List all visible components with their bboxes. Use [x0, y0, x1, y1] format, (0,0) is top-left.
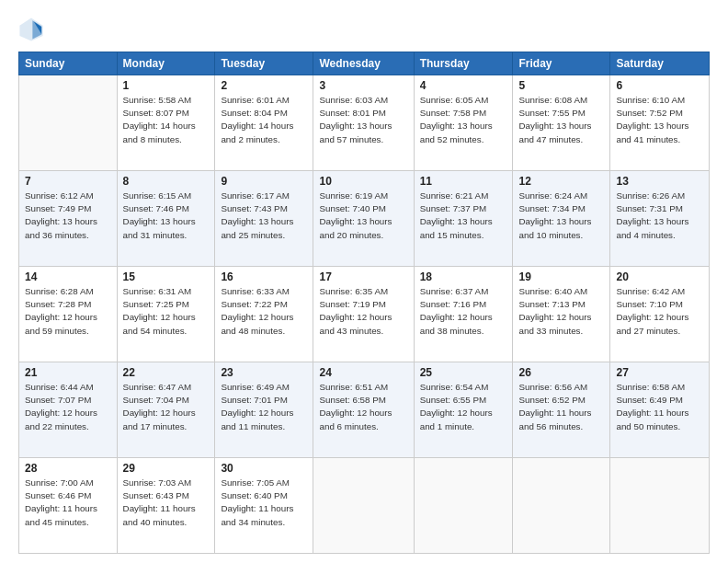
calendar-cell: 18Sunrise: 6:37 AMSunset: 7:16 PMDayligh…	[414, 267, 513, 362]
day-info: Sunrise: 6:33 AMSunset: 7:22 PMDaylight:…	[221, 285, 307, 338]
calendar-cell: 5Sunrise: 6:08 AMSunset: 7:55 PMDaylight…	[513, 75, 610, 171]
week-row-0: 1Sunrise: 5:58 AMSunset: 8:07 PMDaylight…	[19, 75, 710, 171]
calendar-cell: 11Sunrise: 6:21 AMSunset: 7:37 PMDayligh…	[414, 171, 513, 267]
day-number: 23	[221, 366, 307, 379]
calendar-cell	[610, 458, 710, 554]
day-info: Sunrise: 6:12 AMSunset: 7:49 PMDaylight:…	[25, 190, 111, 242]
day-number: 15	[123, 270, 210, 283]
day-number: 30	[221, 462, 307, 475]
day-info: Sunrise: 6:15 AMSunset: 7:46 PMDaylight:…	[123, 190, 210, 242]
day-info: Sunrise: 6:58 AMSunset: 6:49 PMDaylight:…	[616, 381, 703, 433]
calendar-cell: 17Sunrise: 6:35 AMSunset: 7:19 PMDayligh…	[313, 267, 414, 362]
week-row-1: 7Sunrise: 6:12 AMSunset: 7:49 PMDaylight…	[19, 171, 710, 267]
week-row-4: 28Sunrise: 7:00 AMSunset: 6:46 PMDayligh…	[19, 458, 710, 554]
day-info: Sunrise: 6:56 AMSunset: 6:52 PMDaylight:…	[518, 381, 604, 433]
calendar-cell	[414, 458, 513, 554]
weekday-monday: Monday	[117, 52, 215, 75]
calendar-cell: 10Sunrise: 6:19 AMSunset: 7:40 PMDayligh…	[313, 171, 414, 267]
day-number: 26	[518, 366, 604, 379]
day-number: 4	[420, 79, 507, 92]
day-info: Sunrise: 7:05 AMSunset: 6:40 PMDaylight:…	[221, 477, 307, 529]
calendar-cell: 15Sunrise: 6:31 AMSunset: 7:25 PMDayligh…	[117, 267, 215, 362]
day-number: 9	[221, 175, 307, 188]
day-info: Sunrise: 6:03 AMSunset: 8:01 PMDaylight:…	[319, 94, 407, 146]
day-number: 21	[25, 366, 111, 379]
logo-icon	[18, 17, 44, 42]
day-number: 27	[616, 366, 703, 379]
day-number: 13	[616, 175, 703, 188]
week-row-3: 21Sunrise: 6:44 AMSunset: 7:07 PMDayligh…	[19, 362, 710, 458]
day-info: Sunrise: 6:10 AMSunset: 7:52 PMDaylight:…	[616, 94, 703, 146]
calendar-cell: 29Sunrise: 7:03 AMSunset: 6:43 PMDayligh…	[117, 458, 215, 554]
day-info: Sunrise: 6:31 AMSunset: 7:25 PMDaylight:…	[123, 285, 210, 338]
day-number: 12	[518, 175, 604, 188]
day-info: Sunrise: 6:05 AMSunset: 7:58 PMDaylight:…	[420, 94, 507, 146]
day-info: Sunrise: 6:17 AMSunset: 7:43 PMDaylight:…	[221, 190, 307, 242]
day-number: 19	[518, 270, 604, 283]
weekday-wednesday: Wednesday	[313, 52, 414, 75]
calendar-cell: 2Sunrise: 6:01 AMSunset: 8:04 PMDaylight…	[215, 75, 313, 171]
day-info: Sunrise: 6:21 AMSunset: 7:37 PMDaylight:…	[420, 190, 507, 242]
calendar-cell	[513, 458, 610, 554]
day-number: 6	[616, 79, 703, 92]
day-number: 5	[518, 79, 604, 92]
calendar-cell: 3Sunrise: 6:03 AMSunset: 8:01 PMDaylight…	[313, 75, 414, 171]
day-number: 1	[123, 79, 210, 92]
day-info: Sunrise: 6:47 AMSunset: 7:04 PMDaylight:…	[123, 381, 210, 433]
day-info: Sunrise: 7:03 AMSunset: 6:43 PMDaylight:…	[123, 477, 210, 529]
calendar-cell	[19, 75, 118, 171]
day-info: Sunrise: 7:00 AMSunset: 6:46 PMDaylight:…	[25, 477, 111, 529]
weekday-sunday: Sunday	[19, 52, 118, 75]
day-info: Sunrise: 6:19 AMSunset: 7:40 PMDaylight:…	[319, 190, 407, 242]
weekday-saturday: Saturday	[610, 52, 710, 75]
calendar-cell: 7Sunrise: 6:12 AMSunset: 7:49 PMDaylight…	[19, 171, 118, 267]
calendar-cell: 26Sunrise: 6:56 AMSunset: 6:52 PMDayligh…	[513, 362, 610, 458]
day-info: Sunrise: 6:35 AMSunset: 7:19 PMDaylight:…	[319, 285, 407, 338]
calendar-cell: 20Sunrise: 6:42 AMSunset: 7:10 PMDayligh…	[610, 267, 710, 362]
day-number: 28	[25, 462, 111, 475]
calendar-cell: 4Sunrise: 6:05 AMSunset: 7:58 PMDaylight…	[414, 75, 513, 171]
day-info: Sunrise: 6:49 AMSunset: 7:01 PMDaylight:…	[221, 381, 307, 433]
calendar-cell: 13Sunrise: 6:26 AMSunset: 7:31 PMDayligh…	[610, 171, 710, 267]
day-number: 17	[319, 270, 407, 283]
day-number: 22	[123, 366, 210, 379]
calendar-cell: 14Sunrise: 6:28 AMSunset: 7:28 PMDayligh…	[19, 267, 118, 362]
day-info: Sunrise: 6:40 AMSunset: 7:13 PMDaylight:…	[518, 285, 604, 338]
day-number: 24	[319, 366, 407, 379]
calendar-cell: 23Sunrise: 6:49 AMSunset: 7:01 PMDayligh…	[215, 362, 313, 458]
day-info: Sunrise: 6:08 AMSunset: 7:55 PMDaylight:…	[518, 94, 604, 146]
calendar-cell: 6Sunrise: 6:10 AMSunset: 7:52 PMDaylight…	[610, 75, 710, 171]
day-info: Sunrise: 6:51 AMSunset: 6:58 PMDaylight:…	[319, 381, 407, 433]
day-info: Sunrise: 6:28 AMSunset: 7:28 PMDaylight:…	[25, 285, 111, 338]
calendar-cell: 28Sunrise: 7:00 AMSunset: 6:46 PMDayligh…	[19, 458, 118, 554]
calendar-cell: 22Sunrise: 6:47 AMSunset: 7:04 PMDayligh…	[117, 362, 215, 458]
day-number: 7	[25, 175, 111, 188]
calendar-cell: 30Sunrise: 7:05 AMSunset: 6:40 PMDayligh…	[215, 458, 313, 554]
day-info: Sunrise: 6:24 AMSunset: 7:34 PMDaylight:…	[518, 190, 604, 242]
calendar-cell: 8Sunrise: 6:15 AMSunset: 7:46 PMDaylight…	[117, 171, 215, 267]
day-info: Sunrise: 6:37 AMSunset: 7:16 PMDaylight:…	[420, 285, 507, 338]
calendar-cell: 19Sunrise: 6:40 AMSunset: 7:13 PMDayligh…	[513, 267, 610, 362]
day-number: 2	[221, 79, 307, 92]
day-number: 25	[420, 366, 507, 379]
week-row-2: 14Sunrise: 6:28 AMSunset: 7:28 PMDayligh…	[19, 267, 710, 362]
day-number: 20	[616, 270, 703, 283]
weekday-tuesday: Tuesday	[215, 52, 313, 75]
calendar-cell: 24Sunrise: 6:51 AMSunset: 6:58 PMDayligh…	[313, 362, 414, 458]
header	[18, 17, 710, 42]
calendar-cell: 25Sunrise: 6:54 AMSunset: 6:55 PMDayligh…	[414, 362, 513, 458]
day-info: Sunrise: 6:01 AMSunset: 8:04 PMDaylight:…	[221, 94, 307, 146]
calendar-cell: 12Sunrise: 6:24 AMSunset: 7:34 PMDayligh…	[513, 171, 610, 267]
calendar-cell: 21Sunrise: 6:44 AMSunset: 7:07 PMDayligh…	[19, 362, 118, 458]
day-number: 14	[25, 270, 111, 283]
calendar-cell	[313, 458, 414, 554]
weekday-friday: Friday	[513, 52, 610, 75]
day-info: Sunrise: 6:44 AMSunset: 7:07 PMDaylight:…	[25, 381, 111, 433]
logo	[18, 17, 48, 42]
calendar-cell: 16Sunrise: 6:33 AMSunset: 7:22 PMDayligh…	[215, 267, 313, 362]
day-number: 11	[420, 175, 507, 188]
day-number: 18	[420, 270, 507, 283]
day-info: Sunrise: 5:58 AMSunset: 8:07 PMDaylight:…	[123, 94, 210, 146]
day-number: 8	[123, 175, 210, 188]
day-number: 3	[319, 79, 407, 92]
